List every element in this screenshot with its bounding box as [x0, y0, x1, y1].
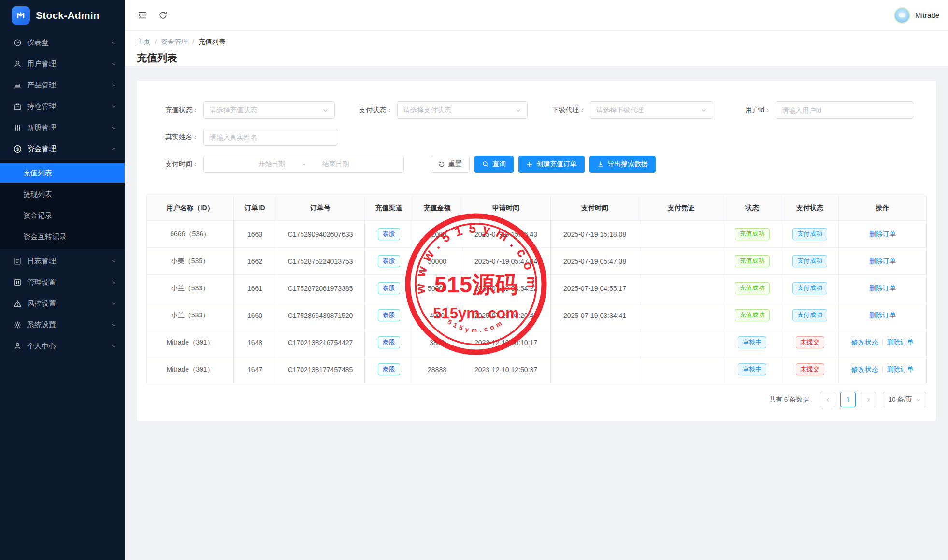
sidebar-subitem-fund-transfer-records[interactable]: 资金互转记录: [0, 227, 125, 246]
channel-tag: 泰股: [378, 228, 400, 240]
order-no-cell: C1752909402607633: [276, 221, 365, 248]
column-header: 支付凭证: [639, 196, 723, 221]
amount-cell: 12000: [413, 221, 461, 248]
dollar-icon: $: [14, 145, 22, 153]
page-size-select[interactable]: 10 条/页: [883, 392, 926, 407]
breadcrumb-item[interactable]: 资金管理: [161, 38, 188, 46]
sidebar-subitem-recharge-list[interactable]: 充值列表: [0, 163, 125, 183]
breadcrumb: 主页/资金管理/充值列表: [137, 38, 936, 46]
sidebar-item-label: 日志管理: [27, 257, 111, 266]
delete-order-link[interactable]: 删除订单: [869, 230, 896, 238]
prev-page-button[interactable]: [820, 392, 835, 407]
chevron-down-icon: [111, 322, 116, 328]
pay-time-range-picker[interactable]: 开始日期 ~ 结束日期: [203, 156, 404, 173]
pay-status-tag: 未提交: [796, 363, 824, 375]
pay-status-tag: 支付成功: [792, 282, 827, 294]
chevron-down-icon: [111, 258, 116, 264]
chevron-down-icon: [111, 301, 116, 306]
sidebar-item-label: 资金管理: [27, 144, 111, 154]
sidebar-item-admin-settings[interactable]: 管理设置: [0, 273, 125, 292]
delete-order-link[interactable]: 删除订单: [869, 311, 896, 319]
voucher-cell: [639, 275, 723, 302]
column-header: 用户名称（ID）: [147, 196, 234, 221]
delete-order-link[interactable]: 删除订单: [887, 338, 914, 346]
sidebar-item-logs[interactable]: 日志管理: [0, 251, 125, 271]
channel-tag: 泰股: [378, 309, 400, 321]
sidebar-item-dashboard[interactable]: 仪表盘: [0, 33, 125, 52]
pay-status-cell: 支付成功: [781, 302, 839, 329]
logo[interactable]: Stock-Admin: [0, 0, 125, 31]
pay-status-tag: 未提交: [796, 336, 824, 348]
agent-placeholder: 请选择下级代理: [596, 106, 644, 115]
recharge-status-select[interactable]: 请选择充值状态: [203, 101, 335, 119]
sidebar-item-profile[interactable]: 个人中心: [0, 336, 125, 356]
breadcrumb-item[interactable]: 主页: [137, 38, 150, 46]
sidebar-item-label: 持仓管理: [27, 102, 111, 111]
filter-row-3: 支付时间： 开始日期 ~ 结束日期 重置 查询: [159, 156, 913, 173]
pay-time-cell: 2025-07-19 15:18:08: [551, 221, 639, 248]
status-tag: 审核中: [738, 336, 766, 348]
sidebar-item-system[interactable]: 系统设置: [0, 315, 125, 334]
apply-time-cell: 2025-07-19 05:47:04: [461, 248, 551, 275]
pay-status-select[interactable]: 请选择支付状态: [397, 101, 528, 119]
table-row: Mitrade（391）1648C1702138216754427泰股38882…: [147, 329, 927, 356]
sidebar-item-label: 用户管理: [27, 59, 111, 69]
user-cell: 小美（535）: [147, 248, 234, 275]
user-cell: Mitrade（391）: [147, 356, 234, 383]
reset-button[interactable]: 重置: [431, 156, 470, 173]
user-icon: [14, 60, 22, 68]
sidebar-item-products[interactable]: 产品管理: [0, 75, 125, 95]
pay-status-cell: 支付成功: [781, 248, 839, 275]
sidebar-subitem-fund-records[interactable]: 资金记录: [0, 206, 125, 225]
app-logo-icon: [12, 6, 30, 25]
amount-cell: 28888: [413, 356, 461, 383]
amount-cell: 50000: [413, 248, 461, 275]
delete-order-link[interactable]: 删除订单: [869, 257, 896, 265]
user-id-input[interactable]: [776, 101, 913, 119]
sidebar-subitem-withdraw-list[interactable]: 提现列表: [0, 185, 125, 204]
breadcrumb-item: 充值列表: [199, 38, 226, 46]
download-icon: [597, 161, 604, 168]
user-cell: Mitrade（391）: [147, 329, 234, 356]
filter-form: 充值状态： 请选择充值状态 支付状态： 请选择支付状态 下级代理： 请选择下级: [137, 81, 936, 173]
chevron-up-icon: [111, 146, 116, 152]
search-button[interactable]: 查询: [474, 156, 514, 173]
delete-order-link[interactable]: 删除订单: [887, 365, 914, 373]
sidebar-item-risk[interactable]: 风控设置: [0, 294, 125, 313]
pay-status-label: 支付状态：: [353, 106, 393, 115]
refresh-icon[interactable]: [158, 11, 168, 20]
sidebar-item-users[interactable]: 用户管理: [0, 54, 125, 73]
status-cell: 充值成功: [723, 275, 781, 302]
pay-time-cell: 2025-07-19 05:47:38: [551, 248, 639, 275]
agent-select[interactable]: 请选择下级代理: [590, 101, 713, 119]
dashboard-icon: [14, 39, 22, 47]
sidebar-item-ipo[interactable]: 新股管理: [0, 118, 125, 137]
status-tag: 充值成功: [735, 309, 770, 321]
status-cell: 充值成功: [723, 248, 781, 275]
avatar[interactable]: [894, 7, 910, 24]
user-cell: 小兰（533）: [147, 302, 234, 329]
user-cell: 小兰（533）: [147, 275, 234, 302]
modify-status-link[interactable]: 修改状态: [851, 365, 878, 373]
channel-tag: 泰股: [378, 336, 400, 348]
sidebar-item-positions[interactable]: 持仓管理: [0, 97, 125, 116]
sidebar: Stock-Admin 仪表盘用户管理产品管理持仓管理新股管理$资金管理充值列表…: [0, 0, 125, 560]
modify-status-link[interactable]: 修改状态: [851, 338, 878, 346]
sidebar-item-funds[interactable]: $资金管理: [0, 139, 125, 158]
collapse-sidebar-icon[interactable]: [138, 11, 147, 20]
page-number-button[interactable]: 1: [840, 392, 856, 407]
pay-status-cell: 未提交: [781, 329, 839, 356]
export-button[interactable]: 导出搜索数据: [589, 156, 656, 173]
filter-row-1: 充值状态： 请选择充值状态 支付状态： 请选择支付状态 下级代理： 请选择下级: [159, 101, 913, 119]
real-name-input[interactable]: [203, 129, 337, 146]
delete-order-link[interactable]: 删除订单: [869, 284, 896, 292]
channel-cell: 泰股: [365, 275, 413, 302]
next-page-button[interactable]: [861, 392, 876, 407]
status-cell: 充值成功: [723, 221, 781, 248]
sidebar-item-label: 管理设置: [27, 278, 111, 287]
voucher-cell: [639, 248, 723, 275]
filter-row-2: 真实姓名：: [159, 129, 913, 146]
pagination: 共有 6 条数据 1 10 条/页: [137, 383, 936, 421]
pay-status-tag: 支付成功: [792, 228, 827, 240]
create-recharge-order-button[interactable]: 创建充值订单: [518, 156, 585, 173]
